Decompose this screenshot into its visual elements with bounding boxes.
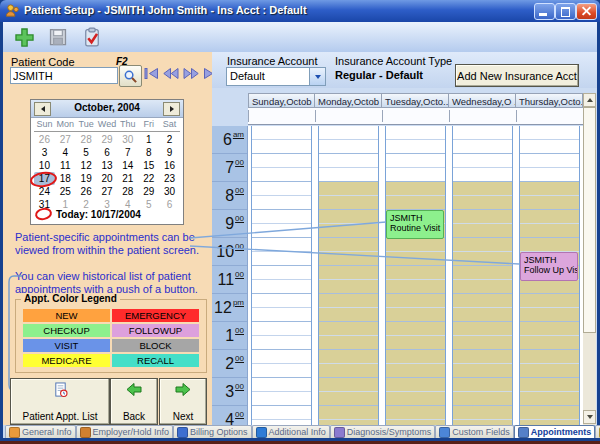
calendar-day-cell[interactable]: 28	[76, 133, 97, 146]
time-slot[interactable]	[252, 140, 311, 154]
calendar-day-cell[interactable]: 3	[34, 146, 55, 159]
time-slot[interactable]	[386, 294, 445, 308]
time-slot[interactable]	[453, 364, 512, 378]
day-column[interactable]	[251, 126, 312, 425]
calendar-day-cell[interactable]: 25	[55, 185, 76, 198]
tab-diagnosis-symptoms[interactable]: Diagnosis/Symptoms	[330, 425, 436, 438]
close-button[interactable]	[576, 3, 597, 20]
add-record-button[interactable]	[9, 24, 39, 50]
calendar-day-cell[interactable]: 18	[55, 172, 76, 185]
time-slot[interactable]	[520, 336, 579, 350]
patient-code-input[interactable]	[10, 67, 118, 84]
scroll-down-button[interactable]	[583, 410, 596, 424]
calendar-day-cell[interactable]: 7	[117, 146, 138, 159]
time-slot[interactable]	[453, 322, 512, 336]
time-slot[interactable]	[453, 280, 512, 294]
time-slot[interactable]	[252, 392, 311, 406]
time-slot[interactable]	[252, 126, 311, 140]
time-slot[interactable]	[386, 322, 445, 336]
day-header[interactable]: Tuesday,Octo...	[382, 93, 449, 108]
calendar-day-cell[interactable]: 1	[138, 133, 159, 146]
calendar-day-cell[interactable]: 4	[55, 146, 76, 159]
time-slot[interactable]	[252, 168, 311, 182]
time-slot[interactable]	[520, 126, 579, 140]
time-slot[interactable]	[453, 224, 512, 238]
tab-custom-fields[interactable]: Custom Fields	[435, 425, 514, 438]
time-slot[interactable]	[252, 294, 311, 308]
time-slot[interactable]	[520, 322, 579, 336]
time-slot[interactable]	[520, 154, 579, 168]
calendar-day-cell[interactable]: 26	[76, 185, 97, 198]
day-column[interactable]	[318, 126, 379, 425]
time-slot[interactable]	[453, 210, 512, 224]
time-slot[interactable]	[252, 308, 311, 322]
save-record-button[interactable]	[43, 24, 73, 50]
time-slot[interactable]	[319, 336, 378, 350]
calendar-day-cell[interactable]: 20	[97, 172, 118, 185]
time-slot[interactable]	[520, 196, 579, 210]
time-slot[interactable]	[386, 182, 445, 196]
all-day-strip[interactable]	[248, 108, 583, 125]
time-slot[interactable]	[386, 154, 445, 168]
calendar-day-cell[interactable]: 21	[117, 172, 138, 185]
calendar-day-cell[interactable]: 27	[55, 133, 76, 146]
calendar-day-cell[interactable]: 10	[34, 159, 55, 172]
time-slot[interactable]	[319, 392, 378, 406]
calendar-day-cell[interactable]: 27	[97, 185, 118, 198]
day-header[interactable]: Thursday,Octo...	[516, 93, 583, 108]
time-slot[interactable]	[453, 392, 512, 406]
time-slot[interactable]	[319, 308, 378, 322]
time-slot[interactable]	[319, 140, 378, 154]
time-slot[interactable]	[319, 280, 378, 294]
time-slot[interactable]	[252, 238, 311, 252]
next-record-icon[interactable]	[183, 68, 199, 79]
time-slot[interactable]	[319, 378, 378, 392]
calendar-day-cell[interactable]: 19	[76, 172, 97, 185]
time-slot[interactable]	[520, 280, 579, 294]
time-slot[interactable]	[386, 126, 445, 140]
time-slot[interactable]	[252, 364, 311, 378]
calendar-day-cell[interactable]: 29	[138, 185, 159, 198]
calendar-day-cell[interactable]: 2	[159, 133, 180, 146]
time-slot[interactable]	[386, 168, 445, 182]
day-header[interactable]: Monday,Octob ...	[315, 93, 382, 108]
appointment[interactable]: JSMITHRoutine Visit	[386, 210, 444, 239]
time-slot[interactable]	[520, 392, 579, 406]
time-slot[interactable]	[386, 252, 445, 266]
calendar-day-cell[interactable]: 5	[76, 146, 97, 159]
time-slot[interactable]	[520, 308, 579, 322]
vertical-scrollbar[interactable]	[583, 93, 596, 425]
time-slot[interactable]	[453, 168, 512, 182]
scroll-up-button[interactable]	[583, 93, 596, 107]
calendar-day-cell[interactable]: 29	[97, 133, 118, 146]
time-slot[interactable]	[386, 378, 445, 392]
time-slot[interactable]	[453, 350, 512, 364]
time-slot[interactable]	[453, 406, 512, 420]
time-slot[interactable]	[252, 322, 311, 336]
time-slot[interactable]	[252, 378, 311, 392]
time-slot[interactable]	[319, 252, 378, 266]
patient-search-button[interactable]	[119, 65, 142, 87]
time-slot[interactable]	[386, 238, 445, 252]
tab-billing-options[interactable]: Billing Options	[173, 425, 252, 438]
time-slot[interactable]	[319, 168, 378, 182]
time-slot[interactable]	[453, 154, 512, 168]
time-slot[interactable]	[520, 224, 579, 238]
time-slot[interactable]	[453, 336, 512, 350]
time-slot[interactable]	[386, 140, 445, 154]
time-slot[interactable]	[252, 182, 311, 196]
patient-appt-list-button[interactable]: Patient Appt. List	[10, 378, 110, 425]
calendar-day-cell[interactable]: 30	[117, 133, 138, 146]
time-slot[interactable]	[453, 252, 512, 266]
calendar-day-cell[interactable]: 14	[117, 159, 138, 172]
day-header[interactable]: Sunday,Octob ...	[248, 93, 315, 108]
time-slot[interactable]	[386, 406, 445, 420]
time-slot[interactable]	[252, 210, 311, 224]
tab-general-info[interactable]: General Info	[5, 425, 76, 438]
time-slot[interactable]	[319, 224, 378, 238]
calendar-day-cell[interactable]: 15	[138, 159, 159, 172]
calendar-day-cell[interactable]: 30	[159, 185, 180, 198]
time-slot[interactable]	[252, 252, 311, 266]
time-slot[interactable]	[453, 266, 512, 280]
time-slot[interactable]	[520, 182, 579, 196]
